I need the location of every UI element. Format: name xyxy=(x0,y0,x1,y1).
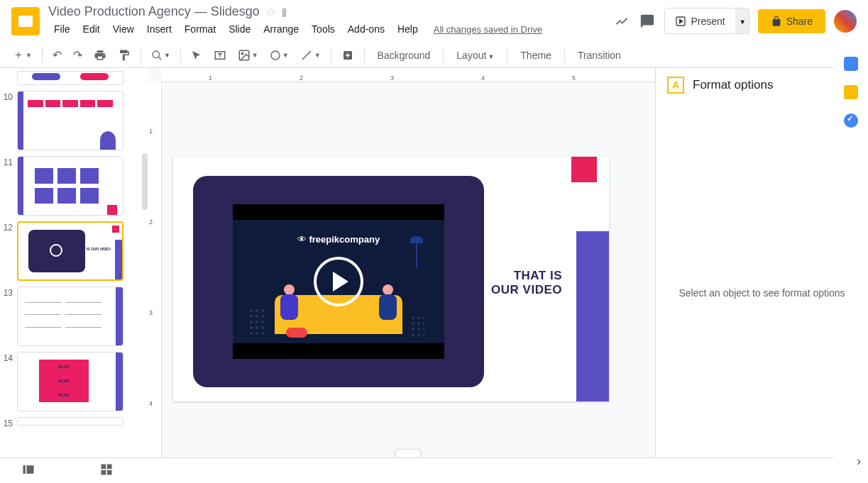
menu-slide[interactable]: Slide xyxy=(223,21,256,38)
star-icon[interactable]: ☆ xyxy=(265,5,275,18)
new-slide-button[interactable]: ＋▼ xyxy=(9,45,36,65)
cat-illustration xyxy=(286,328,307,338)
comments-icon[interactable] xyxy=(639,13,656,30)
thumb-number: 11 xyxy=(0,156,17,167)
select-tool[interactable] xyxy=(187,45,207,65)
thumbnail-14[interactable]: 50,00080,00020,000 xyxy=(17,352,123,411)
menu-file[interactable]: File xyxy=(48,21,76,38)
heading-line-1: THAT IS xyxy=(491,269,562,283)
thumbnail-panel[interactable]: 10 11 12 THAT IS OUR VIDEO 13 xyxy=(0,68,148,483)
menu-edit[interactable]: Edit xyxy=(77,21,106,38)
side-panel xyxy=(834,43,868,128)
pink-decoration[interactable] xyxy=(571,157,597,182)
image-tool[interactable]: ▼ xyxy=(234,45,263,65)
menu-format[interactable]: Format xyxy=(179,21,221,38)
redo-button[interactable]: ↷ xyxy=(69,45,87,65)
keep-addon-icon[interactable] xyxy=(844,85,858,99)
menu-tools[interactable]: Tools xyxy=(306,21,341,38)
svg-rect-13 xyxy=(107,464,112,469)
layout-button[interactable]: Layout▼ xyxy=(449,47,501,64)
activity-icon[interactable] xyxy=(613,13,630,30)
thumb-14-val: 20,000 xyxy=(58,393,69,397)
play-icon[interactable] xyxy=(314,257,363,306)
saved-indicator[interactable]: All changes saved in Drive xyxy=(434,24,542,35)
doc-area: Video Production Agency — Slidesgo ☆ ▮ F… xyxy=(48,4,613,38)
menu-view[interactable]: View xyxy=(107,21,140,38)
theme-button[interactable]: Theme xyxy=(513,47,559,64)
zoom-button[interactable]: ▼ xyxy=(147,45,175,65)
plant-illustration xyxy=(410,315,424,336)
ruler-horizontal: 12345678 xyxy=(162,68,655,82)
person-illustration xyxy=(375,284,400,320)
format-options-icon: A xyxy=(667,77,684,94)
textbox-tool[interactable] xyxy=(209,45,231,65)
svg-rect-11 xyxy=(27,465,34,474)
paint-format-button[interactable] xyxy=(114,45,135,65)
slides-logo[interactable] xyxy=(11,7,40,35)
lamp-illustration xyxy=(410,236,423,268)
slide-heading[interactable]: THAT IS OUR VIDEO xyxy=(491,269,562,296)
present-icon xyxy=(675,16,686,27)
plant-illustration xyxy=(248,308,265,336)
thumbnail-10[interactable] xyxy=(17,91,123,150)
menu-addons[interactable]: Add-ons xyxy=(342,21,390,38)
hide-sidepanel-icon[interactable]: › xyxy=(857,454,861,469)
main-area: 10 11 12 THAT IS OUR VIDEO 13 xyxy=(0,68,868,483)
present-dropdown[interactable]: ▼ xyxy=(735,8,749,34)
canvas-area[interactable]: 12345678 1234 👁 freepikcompany xyxy=(148,68,655,483)
shape-tool[interactable]: ▼ xyxy=(265,45,293,65)
svg-point-6 xyxy=(241,52,243,54)
svg-rect-14 xyxy=(101,470,106,474)
undo-button[interactable]: ↶ xyxy=(48,45,66,65)
comment-tool[interactable] xyxy=(337,45,358,65)
freepik-logo: 👁 freepikcompany xyxy=(297,234,380,245)
thumbnail-9[interactable] xyxy=(17,71,123,85)
video-content: 👁 freepikcompany xyxy=(233,204,444,359)
format-options-title: Format options xyxy=(693,78,837,92)
toolbar: ＋▼ ↶ ↷ ▼ ▼ ▼ ▼ Background Layout▼ Theme … xyxy=(0,43,868,68)
header: Video Production Agency — Slidesgo ☆ ▮ F… xyxy=(0,0,868,43)
thumbnail-15[interactable] xyxy=(17,417,123,426)
thumbnail-13[interactable] xyxy=(17,287,123,346)
thumbnail-11[interactable] xyxy=(17,156,123,216)
tasks-addon-icon[interactable] xyxy=(844,113,858,128)
user-avatar[interactable] xyxy=(834,10,857,33)
purple-stripe[interactable] xyxy=(576,231,609,401)
heading-line-2: OUR VIDEO xyxy=(491,283,562,297)
thumb-number: 10 xyxy=(0,91,17,102)
video-placeholder[interactable]: 👁 freepikcompany xyxy=(193,176,484,387)
present-button[interactable]: Present xyxy=(664,8,735,34)
doc-title[interactable]: Video Production Agency — Slidesgo xyxy=(48,4,260,19)
thumb-number: 14 xyxy=(0,352,17,363)
thumb-number xyxy=(0,71,17,72)
lock-icon xyxy=(771,16,782,27)
menu-help[interactable]: Help xyxy=(392,21,424,38)
calendar-addon-icon[interactable] xyxy=(844,57,858,71)
format-options-message: Select an object to see format options xyxy=(679,287,845,299)
line-tool[interactable]: ▼ xyxy=(296,45,325,65)
slide-canvas[interactable]: 👁 freepikcompany THAT IS OUR VIDEO xyxy=(173,157,609,401)
menu-insert[interactable]: Insert xyxy=(141,21,177,38)
transition-button[interactable]: Transition xyxy=(571,47,628,64)
thumbnail-12[interactable]: THAT IS OUR VIDEO xyxy=(17,221,123,281)
print-button[interactable] xyxy=(89,45,111,65)
thumb-number: 13 xyxy=(0,287,17,298)
background-button[interactable]: Background xyxy=(370,47,438,64)
share-button[interactable]: Share xyxy=(758,9,825,33)
folder-icon[interactable]: ▮ xyxy=(281,5,287,18)
svg-rect-10 xyxy=(23,465,26,474)
menu-bar: File Edit View Insert Format Slide Arran… xyxy=(48,21,613,38)
menu-arrange[interactable]: Arrange xyxy=(258,21,304,38)
svg-line-8 xyxy=(302,51,311,60)
layout-label: Layout xyxy=(456,50,486,61)
thumb-number: 12 xyxy=(0,221,17,233)
svg-point-7 xyxy=(271,51,280,60)
svg-rect-12 xyxy=(101,464,106,469)
svg-marker-1 xyxy=(680,19,683,23)
grid-view-icon[interactable] xyxy=(99,462,114,479)
scrollbar[interactable] xyxy=(142,153,148,210)
filmstrip-view-icon[interactable] xyxy=(21,462,35,479)
footer xyxy=(0,457,834,483)
present-label: Present xyxy=(691,16,725,27)
svg-rect-15 xyxy=(107,470,112,474)
